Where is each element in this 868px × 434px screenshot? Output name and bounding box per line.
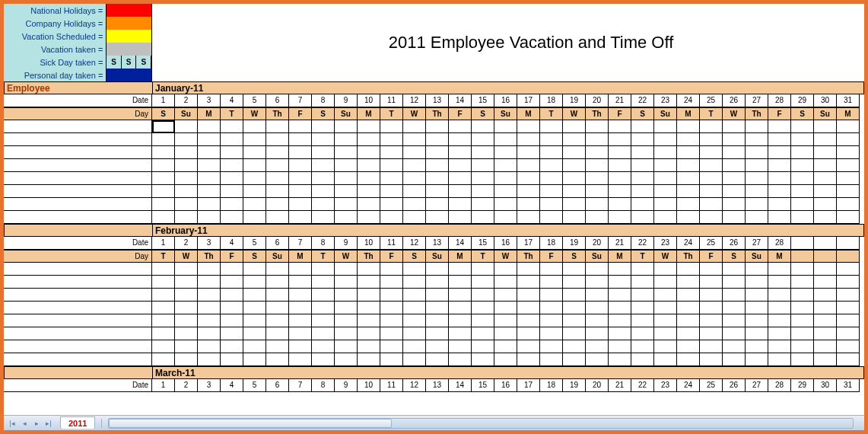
grid-cell[interactable] [700, 198, 723, 211]
grid-cell[interactable] [198, 263, 221, 276]
grid-cell[interactable] [175, 314, 198, 327]
grid-cell[interactable] [654, 276, 677, 289]
grid-cell[interactable] [403, 133, 426, 146]
grid-cell[interactable]: 24 [677, 94, 700, 107]
grid-cell[interactable] [403, 172, 426, 185]
grid-cell[interactable] [723, 353, 746, 366]
grid-cell[interactable]: Th [266, 107, 289, 120]
grid-cell[interactable] [586, 133, 609, 146]
grid-cell[interactable] [198, 172, 221, 185]
grid-cell[interactable] [358, 289, 380, 302]
grid-cell[interactable] [540, 120, 563, 133]
grid-cell[interactable] [631, 198, 654, 211]
grid-cell[interactable]: 20 [586, 379, 609, 392]
grid-cell[interactable]: 22 [631, 379, 654, 392]
grid-cell[interactable] [312, 276, 335, 289]
grid-cell[interactable] [631, 340, 654, 353]
grid-cell[interactable]: 13 [426, 379, 449, 392]
grid-cell[interactable] [723, 146, 746, 159]
grid-cell[interactable] [700, 263, 723, 276]
grid-cell[interactable]: 31 [837, 94, 860, 107]
grid-cell[interactable] [609, 172, 631, 185]
grid-cell[interactable] [609, 314, 631, 327]
grid-cell[interactable] [221, 302, 243, 314]
grid-cell[interactable] [768, 198, 791, 211]
grid-cell[interactable] [221, 211, 243, 224]
grid-cell[interactable] [517, 327, 540, 340]
grid-cell[interactable]: T [152, 250, 175, 263]
grid-cell[interactable] [152, 120, 175, 133]
grid-cell[interactable] [563, 263, 586, 276]
grid-cell[interactable] [563, 185, 586, 198]
grid-cell[interactable] [358, 314, 380, 327]
grid-cell[interactable]: S [472, 107, 494, 120]
grid-cell[interactable] [426, 146, 449, 159]
grid-cell[interactable] [814, 237, 837, 250]
grid-cell[interactable] [198, 133, 221, 146]
grid-cell[interactable] [723, 172, 746, 185]
grid-cell[interactable] [609, 327, 631, 340]
grid-cell[interactable] [380, 172, 403, 185]
grid-cell[interactable] [472, 263, 494, 276]
grid-cell[interactable] [654, 211, 677, 224]
grid-cell[interactable] [494, 172, 517, 185]
grid-cell[interactable] [540, 211, 563, 224]
grid-cell[interactable] [198, 289, 221, 302]
grid-cell[interactable] [221, 133, 243, 146]
grid-cell[interactable] [243, 159, 266, 172]
grid-cell[interactable] [175, 353, 198, 366]
grid-cell[interactable] [289, 211, 312, 224]
grid-cell[interactable] [768, 172, 791, 185]
grid-cell[interactable] [677, 172, 700, 185]
grid-cell[interactable] [289, 172, 312, 185]
grid-cell[interactable]: 21 [609, 379, 631, 392]
grid-cell[interactable] [494, 302, 517, 314]
grid-cell[interactable]: 14 [449, 94, 472, 107]
grid-cell[interactable] [403, 327, 426, 340]
grid-cell[interactable]: S [791, 107, 814, 120]
grid-cell[interactable]: 8 [312, 94, 335, 107]
grid-cell[interactable] [221, 185, 243, 198]
grid-cell[interactable]: 11 [380, 237, 403, 250]
grid-cell[interactable] [358, 198, 380, 211]
grid-cell[interactable] [609, 353, 631, 366]
grid-cell[interactable]: T [221, 107, 243, 120]
grid-cell[interactable]: M [609, 250, 631, 263]
grid-cell[interactable]: 8 [312, 379, 335, 392]
grid-cell[interactable] [358, 120, 380, 133]
grid-cell[interactable] [380, 185, 403, 198]
grid-cell[interactable] [837, 185, 860, 198]
grid-cell[interactable] [654, 314, 677, 327]
grid-cell[interactable] [221, 172, 243, 185]
grid-cell[interactable]: 27 [746, 237, 768, 250]
grid-cell[interactable]: 10 [358, 379, 380, 392]
grid-cell[interactable] [175, 146, 198, 159]
grid-cell[interactable] [814, 263, 837, 276]
grid-cell[interactable] [677, 302, 700, 314]
grid-cell[interactable]: Su [654, 107, 677, 120]
grid-cell[interactable]: 13 [426, 94, 449, 107]
grid-cell[interactable]: 15 [472, 94, 494, 107]
grid-cell[interactable] [814, 289, 837, 302]
grid-cell[interactable] [221, 353, 243, 366]
grid-cell[interactable] [312, 172, 335, 185]
grid-cell[interactable] [517, 211, 540, 224]
grid-cell[interactable]: F [449, 107, 472, 120]
grid-cell[interactable] [198, 185, 221, 198]
grid-cell[interactable] [768, 327, 791, 340]
grid-cell[interactable] [403, 289, 426, 302]
grid-cell[interactable] [243, 340, 266, 353]
grid-cell[interactable]: 13 [426, 237, 449, 250]
grid-cell[interactable] [814, 133, 837, 146]
grid-cell[interactable] [586, 159, 609, 172]
grid-cell[interactable] [540, 353, 563, 366]
grid-cell[interactable] [631, 327, 654, 340]
grid-cell[interactable] [631, 120, 654, 133]
grid-cell[interactable] [540, 276, 563, 289]
grid-cell[interactable] [312, 353, 335, 366]
grid-cell[interactable] [814, 146, 837, 159]
grid-cell[interactable]: 22 [631, 237, 654, 250]
grid-cell[interactable] [768, 185, 791, 198]
grid-cell[interactable] [746, 353, 768, 366]
grid-cell[interactable]: S [152, 107, 175, 120]
